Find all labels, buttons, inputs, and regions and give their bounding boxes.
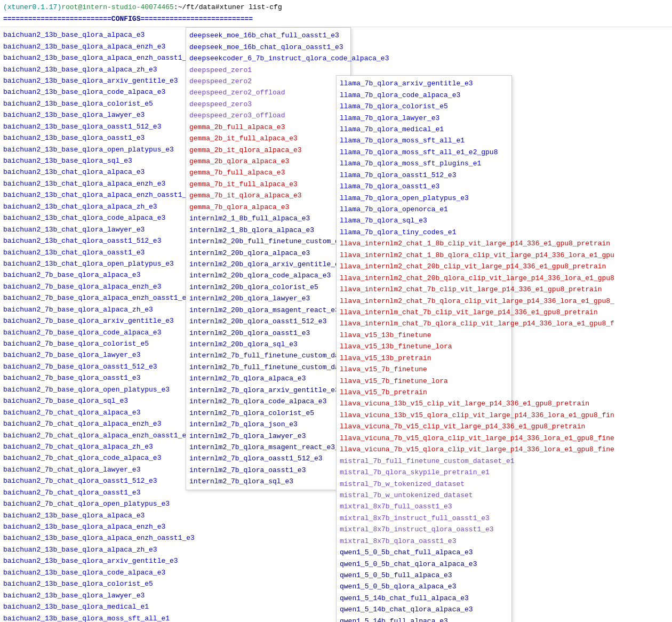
list-item: baichuan2_13b_base_qlora_moss_sft_all_e1 [3,613,189,622]
list-item: deepspeed_zero3_offload [189,110,347,121]
list-item: llava_vicuna_7b_v15_clip_vit_large_p14_3… [340,421,508,432]
list-item: mistral_7b_w_tokenized_dataset [340,479,508,490]
list-item: baichuan2_13b_chat_qlora_oasst1_e3 [3,247,189,258]
list-item: baichuan2_7b_base_qlora_alpaca_enzh_oass… [3,292,189,304]
list-item: qwen1_5_14b_full_alpaca_e3 [340,616,508,622]
xtuner-version: (xtuner0.1.17) [3,2,61,13]
list-item: llava_internlm2_chat_7b_clip_vit_large_p… [340,284,508,295]
list-item: llama_7b_qlora_arxiv_gentitle_e3 [340,78,508,89]
list-item: baichuan2_13b_base_qlora_sql_e3 [3,155,189,166]
list-item: internlm2_7b_qlora_oasst1_e3 [189,465,347,476]
list-item: llama_7b_qlora_oasst1_e3 [340,181,508,192]
list-item: baichuan2_7b_base_qlora_colorist_e5 [3,338,189,349]
list-item: baichuan2_13b_base_qlora_arxiv_gentitle_… [3,75,189,86]
list-item: baichuan2_7b_chat_qlora_alpaca_zh_e3 [3,441,189,452]
list-item: baichuan2_13b_base_qlora_colorist_e5 [3,98,189,109]
list-item: llama_7b_qlora_medical_e1 [340,124,508,135]
list-item: llama_7b_qlora_open_platypus_e3 [340,193,508,204]
list-item: qwen1_5_0_5b_chat_qlora_alpaca_e3 [340,559,508,570]
list-item: baichuan2_7b_chat_qlora_alpaca_enzh_e3 [3,418,189,429]
list-item: gemma_7b_full_alpaca_e3 [189,167,347,178]
list-item: llava_internlm2_chat_7b_qlora_clip_vit_l… [340,296,508,307]
list-item: qwen1_5_0_5b_qlora_alpaca_e3 [340,581,508,592]
prompt-line: (xtuner0.1.17) root@intern-studio-400744… [3,2,669,13]
list-item: baichuan2_7b_base_qlora_alpaca_enzh_e3 [3,281,189,292]
list-item: internlm2_7b_full_finetune_custom_dat [189,362,347,373]
list-item: baichuan2_13b_chat_qlora_oasst1_512_e3 [3,235,189,246]
list-item: baichuan2_13b_base_qlora_arxiv_gentitle_… [3,555,189,567]
list-item: llava_internlm2_chat_1_8b_clip_vit_large… [340,238,508,249]
list-item: llava_internlm_chat_7b_qlora_clip_vit_la… [340,318,508,329]
list-item: llama_7b_qlora_moss_sft_all_e1 [340,135,508,146]
list-item: baichuan2_13b_base_qlora_colorist_e5 [3,578,189,589]
list-item: llama_7b_qlora_moss_sft_plugins_e1 [340,158,508,169]
list-item: gemma_2b_full_alpaca_e3 [189,122,347,133]
list-item: llama_7b_qlora_code_alpaca_e3 [340,90,508,101]
list-item: llava_vicuna_7b_v15_qlora_clip_vit_large… [340,433,508,444]
list-item: llava_v15_13b_finetune_lora [340,341,508,352]
list-item: internlm2_20b_qlora_oasst1_512_e3 [189,316,347,327]
list-item: llava_vicuna_7b_v15_qlora_clip_vit_large… [340,444,508,455]
list-item: llama_7b_qlora_sql_e3 [340,215,508,226]
column-2: deepseek_moe_16b_chat_full_oasst1_e3deep… [186,27,351,490]
list-item: llama_7b_qlora_openorca_e1 [340,204,508,215]
list-item: llava_vicuna_13b_v15_qlora_clip_vit_larg… [340,410,508,421]
list-item: baichuan2_7b_base_qlora_code_alpaca_e3 [3,327,189,338]
list-item: llava_internlm_chat_7b_clip_vit_large_p1… [340,307,508,318]
list-item: llava_internlm2_chat_20b_qlora_clip_vit_… [340,273,508,284]
list-item: baichuan2_13b_base_qlora_code_alpaca_e3 [3,567,189,578]
list-item: mixtral_8x7b_full_oasst1_e3 [340,501,508,512]
list-item: llava_v15_13b_pretrain [340,353,508,364]
list-item: baichuan2_7b_chat_qlora_code_alpaca_e3 [3,452,189,464]
list-item: internlm2_7b_qlora_msagent_react_e3_g [189,442,347,453]
list-item: internlm2_20b_qlora_oasst1_e3 [189,328,347,339]
terminal-header: (xtuner0.1.17) root@intern-studio-400744… [0,0,672,27]
list-item: internlm2_7b_full_finetune_custom_dat [189,350,347,361]
list-item: baichuan2_13b_base_qlora_oasst1_e3 [3,132,189,143]
list-item: internlm2_7b_qlora_lawyer_e3 [189,430,347,442]
list-item: baichuan2_13b_base_qlora_alpaca_e3 [3,510,189,521]
list-item: gemma_2b_it_full_alpaca_e3 [189,133,347,144]
terminal-window: (xtuner0.1.17) root@intern-studio-400744… [0,0,672,622]
list-item: deepspeed_zero1 [189,65,347,76]
column-1: baichuan2_13b_base_qlora_alpaca_e3baichu… [0,27,192,622]
list-item: baichuan2_7b_chat_qlora_alpaca_enzh_oass… [3,430,189,441]
list-item: internlm2_20b_qlora_colorist_e5 [189,282,347,293]
list-item: qwen1_5_0_5b_full_alpaca_e3 [340,570,508,581]
path: :~/ft/data# [174,2,220,13]
list-item: deepspeed_zero2_offload [189,87,347,98]
list-item: gemma_7b_it_full_alpaca_e3 [189,179,347,190]
list-item: qwen1_5_14b_chat_qlora_alpaca_e3 [340,604,508,615]
list-item: mistral_7b_qlora_skypile_pretrain_e1 [340,467,508,478]
list-item: baichuan2_13b_base_qlora_alpaca_enzh_e3 [3,41,189,52]
list-item: deepseek_moe_16b_chat_qlora_oasst1_e3 [189,42,347,53]
list-item: deepseekcoder_6_7b_instruct_qlora_code_a… [189,53,347,64]
list-item: internlm2_7b_qlora_oasst1_512_e3 [189,453,347,464]
command: xtuner list-cfg [220,2,282,13]
list-item: baichuan2_7b_base_qlora_open_platypus_e3 [3,384,189,395]
list-item: llava_v15_7b_finetune_lora [340,376,508,387]
list-item: mixtral_8x7b_instruct_qlora_oasst1_e3 [340,524,508,535]
list-item: llava_v15_7b_finetune [340,364,508,375]
list-item: baichuan2_13b_chat_qlora_alpaca_zh_e3 [3,201,189,212]
list-item: baichuan2_7b_base_qlora_alpaca_zh_e3 [3,304,189,315]
list-item: internlm2_20b_qlora_alpaca_e3 [189,248,347,259]
list-item: baichuan2_13b_base_qlora_code_alpaca_e3 [3,86,189,98]
list-item: baichuan2_7b_base_qlora_oasst1_512_e3 [3,361,189,372]
list-item: mistral_7b_w_untokenized_dataset [340,490,508,501]
list-item: baichuan2_7b_chat_qlora_lawyer_e3 [3,464,189,475]
list-item: llava_internlm2_chat_1_8b_qlora_clip_vit… [340,250,508,261]
list-item: qwen1_5_0_5b_chat_full_alpaca_e3 [340,547,508,558]
list-item: baichuan2_7b_base_qlora_oasst1_e3 [3,372,189,384]
list-item: llama_7b_qlora_moss_sft_all_e1_e2_gpu8 [340,147,508,158]
separator: ==========================CONFIGS=======… [3,13,669,25]
list-item: baichuan2_7b_base_qlora_alpaca_e3 [3,269,189,281]
list-item: deepseek_moe_16b_chat_full_oasst1_e3 [189,30,347,41]
list-item: mixtral_8x7b_instruct_full_oasst1_e3 [340,513,508,524]
list-item: mixtral_8x7b_qlora_oasst1_e3 [340,536,508,547]
list-item: baichuan2_7b_chat_qlora_oasst1_512_e3 [3,475,189,487]
list-item: baichuan2_13b_base_qlora_medical_e1 [3,601,189,612]
list-item: baichuan2_13b_base_qlora_alpaca_enzh_oas… [3,52,189,63]
list-item: baichuan2_13b_chat_qlora_open_platypus_e… [3,258,189,269]
list-item: internlm2_1_8b_qlora_alpaca_e3 [189,225,347,236]
